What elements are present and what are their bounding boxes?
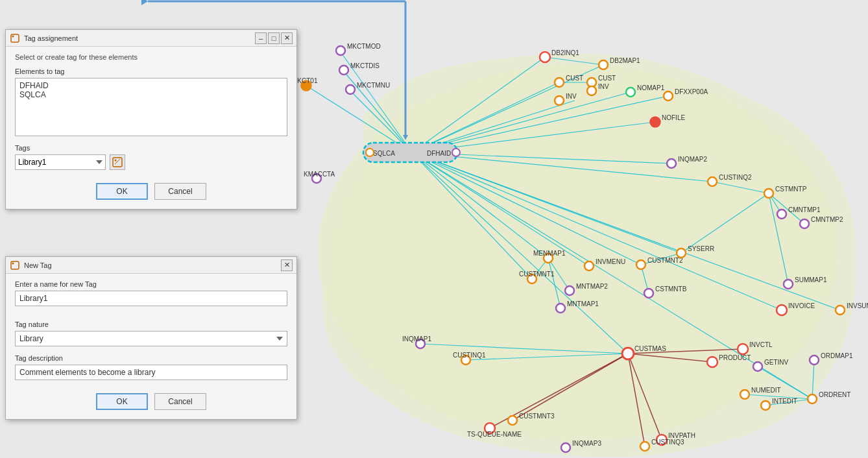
svg-text:INV: INV xyxy=(566,93,577,100)
svg-text:NUMEDIT: NUMEDIT xyxy=(751,387,781,394)
tag-cancel-button[interactable]: Cancel xyxy=(154,183,206,200)
svg-text:CUSTMNT2: CUSTMNT2 xyxy=(647,257,683,264)
svg-text:INQMAP3: INQMAP3 xyxy=(572,440,601,447)
element-item-1: DFHAID xyxy=(19,81,283,90)
svg-text:CUSTMNT3: CUSTMNT3 xyxy=(519,413,555,420)
svg-point-86 xyxy=(708,177,717,186)
maximize-button[interactable]: □ xyxy=(268,32,280,44)
svg-text:INVCTL: INVCTL xyxy=(749,341,773,348)
tags-section: Tags Library1 xyxy=(15,144,287,170)
elements-box: DFHAID SQLCA xyxy=(15,78,287,136)
svg-text:CMNTMP2: CMNTMP2 xyxy=(811,216,843,223)
tag-assignment-dialog: Tag assignement – □ ✕ Select or create t… xyxy=(5,29,297,210)
svg-text:CUSTINQ2: CUSTINQ2 xyxy=(719,174,752,181)
svg-text:MNTMAP1: MNTMAP1 xyxy=(567,300,599,307)
svg-text:CUST: CUST xyxy=(598,75,616,82)
svg-point-147 xyxy=(12,35,14,37)
svg-text:NOMAP1: NOMAP1 xyxy=(637,84,665,91)
svg-point-114 xyxy=(836,306,845,315)
new-tag-description-label: Tag description xyxy=(15,354,287,362)
svg-text:CUSTMAS: CUSTMAS xyxy=(634,345,666,352)
new-tag-name-input[interactable] xyxy=(15,291,287,306)
tags-row: Library1 xyxy=(15,154,287,170)
svg-rect-146 xyxy=(11,34,19,42)
svg-text:SUMMAP1: SUMMAP1 xyxy=(795,276,827,283)
svg-point-68 xyxy=(599,60,608,69)
svg-point-104 xyxy=(565,286,574,295)
svg-point-92 xyxy=(800,219,809,228)
elements-label: Elements to tag xyxy=(15,67,287,75)
new-tag-dialog-buttons: OK Cancel xyxy=(15,388,287,413)
svg-text:MKCTDIS: MKCTDIS xyxy=(350,62,380,69)
svg-point-144 xyxy=(640,442,649,451)
svg-point-66 xyxy=(540,52,550,62)
svg-point-136 xyxy=(508,416,517,425)
new-tag-description-input[interactable] xyxy=(15,365,287,380)
svg-text:MNTMAP2: MNTMAP2 xyxy=(576,283,608,290)
svg-text:INVMENU: INVMENU xyxy=(596,258,625,265)
svg-text:INV: INV xyxy=(598,83,609,90)
tag-dialog-titlebar: Tag assignement – □ ✕ xyxy=(6,30,296,47)
svg-point-88 xyxy=(764,189,773,198)
new-tag-close-button[interactable]: ✕ xyxy=(281,259,293,271)
new-tag-dialog-titlebar: New Tag ✕ xyxy=(6,257,296,274)
svg-text:CSTMNTP: CSTMNTP xyxy=(775,186,807,193)
svg-point-62 xyxy=(366,149,374,156)
svg-point-152 xyxy=(12,262,14,264)
svg-point-110 xyxy=(784,280,793,289)
svg-text:DB2MAP1: DB2MAP1 xyxy=(610,57,640,64)
svg-text:SQLCA: SQLCA xyxy=(373,150,395,157)
svg-point-96 xyxy=(585,261,594,271)
new-tag-cancel-button[interactable]: Cancel xyxy=(154,393,206,410)
svg-point-122 xyxy=(738,344,748,354)
svg-text:INVOICE: INVOICE xyxy=(788,302,815,309)
tag-dialog-subtitle: Select or create tag for these elements xyxy=(15,53,287,61)
svg-text:DFHAID: DFHAID xyxy=(427,150,451,157)
svg-point-100 xyxy=(636,260,645,269)
svg-text:INQMAP2: INQMAP2 xyxy=(678,156,707,163)
new-tag-ok-button[interactable]: OK xyxy=(96,393,148,410)
svg-point-120 xyxy=(622,348,634,359)
svg-point-126 xyxy=(753,362,762,371)
tag-ok-button[interactable]: OK xyxy=(96,183,148,200)
svg-marker-3 xyxy=(141,0,148,5)
tags-select[interactable]: Library1 xyxy=(15,154,106,170)
tag-icon-button[interactable] xyxy=(110,154,125,170)
svg-point-76 xyxy=(587,86,596,95)
svg-rect-148 xyxy=(113,158,122,167)
tag-dialog-title: Tag assignement xyxy=(24,34,254,42)
svg-text:INVSUM1: INVSUM1 xyxy=(847,302,868,309)
new-tag-nature-select[interactable]: Library xyxy=(15,331,287,346)
svg-text:DFXXP00A: DFXXP00A xyxy=(675,88,708,95)
svg-point-102 xyxy=(677,248,686,258)
svg-point-132 xyxy=(810,356,819,365)
svg-point-108 xyxy=(556,304,565,313)
svg-point-53 xyxy=(339,66,348,75)
new-tag-name-label: Enter a name for new Tag xyxy=(15,280,287,288)
svg-point-124 xyxy=(707,357,717,367)
svg-point-51 xyxy=(336,46,345,55)
svg-text:PRODUCT: PRODUCT xyxy=(719,354,751,361)
tag-dialog-icon xyxy=(10,33,20,43)
svg-text:INQMAP1: INQMAP1 xyxy=(402,335,431,343)
minimize-button[interactable]: – xyxy=(255,32,267,44)
tags-label: Tags xyxy=(15,144,287,152)
svg-text:MENMAP1: MENMAP1 xyxy=(533,250,566,257)
svg-text:INTEDIT: INTEDIT xyxy=(772,398,797,405)
svg-point-128 xyxy=(740,390,749,399)
svg-text:KMACCTA: KMACCTA xyxy=(304,171,335,178)
svg-text:CSTMNTB: CSTMNTB xyxy=(655,285,687,293)
svg-text:ORDRENT: ORDRENT xyxy=(819,391,850,398)
new-tag-dialog-icon xyxy=(10,260,20,271)
element-item-2: SQLCA xyxy=(19,90,283,99)
svg-point-78 xyxy=(626,88,635,97)
svg-text:CUST: CUST xyxy=(566,75,583,82)
svg-text:NOFILE: NOFILE xyxy=(662,114,685,121)
svg-text:CUSTMNT1: CUSTMNT1 xyxy=(519,271,555,278)
svg-point-84 xyxy=(667,159,676,168)
svg-point-55 xyxy=(346,85,355,94)
svg-rect-151 xyxy=(11,261,19,269)
close-button[interactable]: ✕ xyxy=(281,32,293,44)
svg-point-82 xyxy=(650,117,660,127)
svg-text:TS-QUEUE-NAME: TS-QUEUE-NAME xyxy=(467,431,522,438)
